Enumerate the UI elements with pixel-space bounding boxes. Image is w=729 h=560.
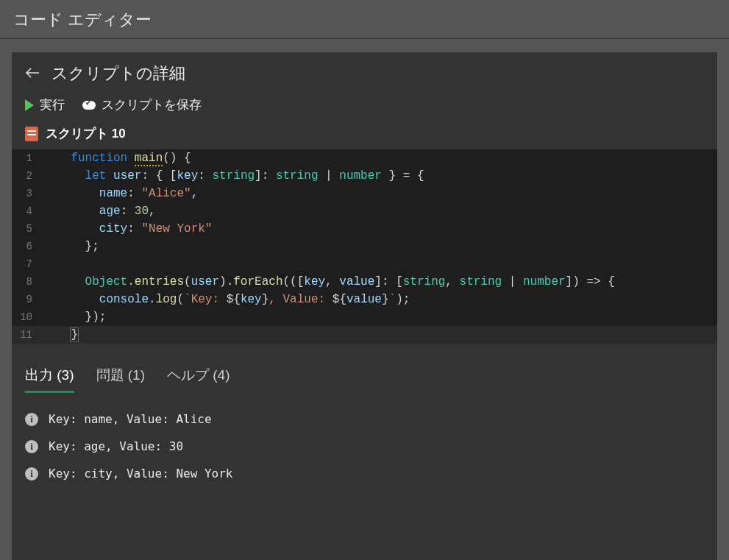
run-button[interactable]: 実行	[25, 96, 65, 113]
code-line[interactable]: 11 }	[12, 326, 717, 344]
output-text: Key: city, Value: New York	[49, 467, 232, 481]
line-number: 2	[12, 170, 43, 182]
code-line[interactable]: 10 });	[12, 308, 717, 326]
code-content[interactable]: }	[43, 328, 78, 341]
save-label: スクリプトを保存	[102, 96, 202, 113]
app-title: コード エディター	[0, 0, 729, 39]
code-content[interactable]: name: "Alice",	[43, 187, 198, 200]
code-content[interactable]: function main() {	[43, 152, 191, 165]
output-tabs: 出力 (3) 問題 (1) ヘルプ (4)	[12, 344, 717, 393]
run-label: 実行	[40, 96, 65, 113]
toolbar: 実行 スクリプトを保存	[12, 91, 717, 122]
cloud-icon	[82, 101, 96, 110]
line-number: 3	[12, 188, 43, 199]
script-icon	[25, 127, 38, 141]
output-line: iKey: city, Value: New York	[25, 467, 704, 481]
output-text: Key: age, Value: 30	[49, 439, 183, 453]
code-line[interactable]: 1 function main() {	[12, 149, 717, 167]
output-line: iKey: name, Value: Alice	[25, 412, 704, 426]
save-button[interactable]: スクリプトを保存	[82, 96, 202, 113]
tab-help[interactable]: ヘルプ (4)	[167, 366, 230, 391]
code-content[interactable]: });	[43, 311, 106, 324]
output-text: Key: name, Value: Alice	[49, 412, 212, 426]
code-content[interactable]: Object.entries(user).forEach(([key, valu…	[43, 275, 615, 288]
code-line[interactable]: 6 };	[12, 238, 717, 255]
output-panel: iKey: name, Value: AliceiKey: age, Value…	[12, 393, 717, 481]
line-number: 8	[12, 276, 43, 288]
back-button[interactable]	[25, 66, 40, 82]
tab-output[interactable]: 出力 (3)	[25, 366, 74, 393]
tab-problems[interactable]: 問題 (1)	[96, 366, 146, 391]
code-content[interactable]: age: 30,	[43, 205, 156, 218]
line-number: 5	[12, 223, 43, 235]
line-number: 11	[12, 329, 43, 341]
code-editor[interactable]: 1 function main() {2 let user: { [key: s…	[12, 149, 717, 344]
script-header: スクリプト 10	[12, 122, 717, 149]
main-panel: スクリプトの詳細 実行 スクリプトを保存 スクリプト 10 1 function…	[12, 52, 717, 560]
code-line[interactable]: 4 age: 30,	[12, 202, 717, 220]
code-content[interactable]: };	[43, 240, 99, 253]
info-icon: i	[25, 440, 38, 453]
script-name: スクリプト 10	[46, 125, 126, 142]
topbar: スクリプトの詳細	[12, 52, 717, 91]
line-number: 4	[12, 205, 43, 217]
code-line[interactable]: 8 Object.entries(user).forEach(([key, va…	[12, 273, 717, 291]
code-line[interactable]: 9 console.log(`Key: ${key}, Value: ${val…	[12, 291, 717, 308]
output-line: iKey: age, Value: 30	[25, 439, 704, 453]
code-line[interactable]: 2 let user: { [key: string]: string | nu…	[12, 167, 717, 185]
page-title: スクリプトの詳細	[51, 63, 185, 85]
code-content[interactable]: console.log(`Key: ${key}, Value: ${value…	[43, 293, 410, 306]
info-icon: i	[25, 467, 38, 481]
line-number: 10	[12, 311, 43, 323]
code-line[interactable]: 3 name: "Alice",	[12, 185, 717, 202]
code-line[interactable]: 5 city: "New York"	[12, 220, 717, 238]
code-content[interactable]: let user: { [key: string]: string | numb…	[43, 169, 424, 182]
line-number: 6	[12, 241, 43, 252]
line-number: 9	[12, 294, 43, 305]
line-number: 7	[12, 258, 43, 270]
line-number: 1	[12, 152, 43, 164]
code-content[interactable]: city: "New York"	[43, 222, 212, 235]
info-icon: i	[25, 413, 38, 426]
play-icon	[25, 99, 34, 111]
code-line[interactable]: 7	[12, 255, 717, 273]
